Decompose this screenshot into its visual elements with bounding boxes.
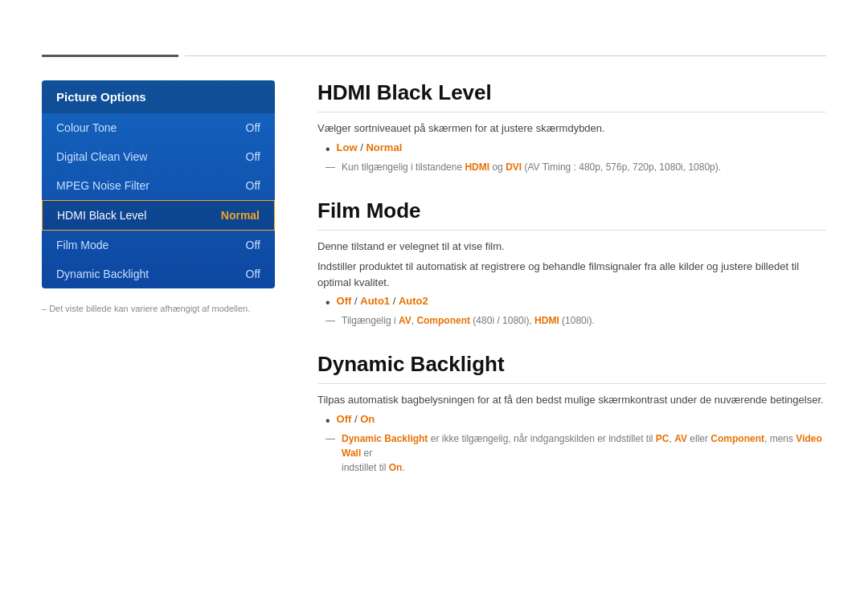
sidebar-item-mpeg-noise-filter-value: Off <box>246 179 260 192</box>
hdmi-black-level-note-text: Kun tilgængelig i tilstandene HDMI og DV… <box>342 160 721 174</box>
bullet-dot-icon2: • <box>326 295 330 310</box>
db-on-option: On <box>360 413 375 425</box>
dvi-keyword: DVI <box>506 161 522 173</box>
bullet-dot-icon: • <box>326 141 330 157</box>
sidebar-item-mpeg-noise-filter-label: MPEG Noise Filter <box>56 179 149 192</box>
top-bar-dark-segment <box>42 55 178 57</box>
section-hdmi-black-level: HDMI Black Level Vælger sortniveauet på … <box>317 80 826 174</box>
sidebar: Picture Options Colour Tone Off Digital … <box>42 80 275 288</box>
sidebar-item-hdmi-black-level[interactable]: HDMI Black Level Normal <box>42 200 275 231</box>
section-film-mode: Film Mode Denne tilstand er velegnet til… <box>317 198 826 329</box>
sidebar-item-dynamic-backlight[interactable]: Dynamic Backlight Off <box>42 260 275 288</box>
dynamic-backlight-note-text: Dynamic Backlight er ikke tilgængelig, n… <box>342 431 826 475</box>
hdmi-normal-option: Normal <box>366 141 402 153</box>
sidebar-item-hdmi-black-level-value: Normal <box>221 209 260 222</box>
sidebar-title: Picture Options <box>42 80 275 113</box>
film-mode-options: Off / Auto1 / Auto2 <box>337 295 428 307</box>
sidebar-item-film-mode[interactable]: Film Mode Off <box>42 231 275 260</box>
hdmi-black-level-title: HDMI Black Level <box>317 80 826 112</box>
footnote: – Det viste billede kan variere afhængig… <box>42 304 250 313</box>
top-bar <box>42 55 826 56</box>
note-dash-icon: — <box>326 160 335 174</box>
sidebar-item-dynamic-backlight-value: Off <box>246 268 260 280</box>
film-auto1-option: Auto1 <box>360 295 390 307</box>
sidebar-item-colour-tone[interactable]: Colour Tone Off <box>42 113 275 142</box>
hdmi-keyword2: HDMI <box>534 315 559 326</box>
film-mode-bullet: • Off / Auto1 / Auto2 <box>326 295 826 310</box>
bullet-dot-icon3: • <box>326 413 330 428</box>
sidebar-item-dynamic-backlight-label: Dynamic Backlight <box>56 268 149 280</box>
hdmi-black-level-note: — Kun tilgængelig i tilstandene HDMI og … <box>326 160 826 174</box>
hdmi-black-level-desc: Vælger sortniveauet på skærmen for at ju… <box>317 121 826 137</box>
film-separator2: / <box>393 295 399 307</box>
content-area: HDMI Black Level Vælger sortniveauet på … <box>317 80 826 499</box>
sidebar-item-mpeg-noise-filter[interactable]: MPEG Noise Filter Off <box>42 171 275 200</box>
hdmi-keyword: HDMI <box>465 161 489 173</box>
sidebar-item-digital-clean-view-value: Off <box>246 150 260 163</box>
film-auto2-option: Auto2 <box>399 295 428 307</box>
film-mode-title: Film Mode <box>317 198 826 231</box>
film-mode-note-text: Tilgængelig i AV, Component (480i / 1080… <box>342 313 595 328</box>
db-keyword: Dynamic Backlight <box>342 433 428 444</box>
av-keyword2: AV <box>674 433 687 444</box>
note-dash-icon2: — <box>326 313 335 328</box>
sidebar-item-film-mode-label: Film Mode <box>56 239 108 251</box>
film-off-option: Off <box>337 295 352 307</box>
dynamic-backlight-note: — Dynamic Backlight er ikke tilgængelig,… <box>326 431 826 475</box>
dynamic-backlight-desc: Tilpas automatisk bagbelysningen for at … <box>317 392 826 408</box>
sidebar-item-film-mode-value: Off <box>246 239 260 251</box>
db-off-option: Off <box>337 413 352 425</box>
film-mode-desc1: Denne tilstand er velegnet til at vise f… <box>317 239 826 255</box>
sidebar-item-colour-tone-value: Off <box>246 121 260 134</box>
pc-keyword: PC <box>656 433 669 444</box>
note-dash-icon3: — <box>326 431 335 446</box>
on-keyword: On <box>389 462 403 473</box>
hdmi-black-level-options: Low / Normal <box>337 141 403 153</box>
hdmi-low-option: Low <box>337 141 358 153</box>
film-mode-note: — Tilgængelig i AV, Component (480i / 10… <box>326 313 826 328</box>
film-mode-desc2: Indstiller produktet til automatisk at r… <box>317 259 826 290</box>
component-keyword2: Component <box>710 433 764 444</box>
sidebar-item-colour-tone-label: Colour Tone <box>56 121 117 134</box>
top-bar-light-segment <box>185 55 826 56</box>
av-keyword: AV <box>399 315 411 326</box>
sidebar-item-hdmi-black-level-label: HDMI Black Level <box>57 209 146 222</box>
dynamic-backlight-title: Dynamic Backlight <box>317 352 826 384</box>
hdmi-black-level-bullet: • Low / Normal <box>326 141 826 157</box>
dynamic-backlight-options: Off / On <box>337 413 375 425</box>
component-keyword: Component <box>416 315 470 326</box>
sidebar-item-digital-clean-view-label: Digital Clean View <box>56 150 147 163</box>
section-dynamic-backlight: Dynamic Backlight Tilpas automatisk bagb… <box>317 352 826 475</box>
sidebar-item-digital-clean-view[interactable]: Digital Clean View Off <box>42 142 275 171</box>
dynamic-backlight-bullet: • Off / On <box>326 413 826 428</box>
